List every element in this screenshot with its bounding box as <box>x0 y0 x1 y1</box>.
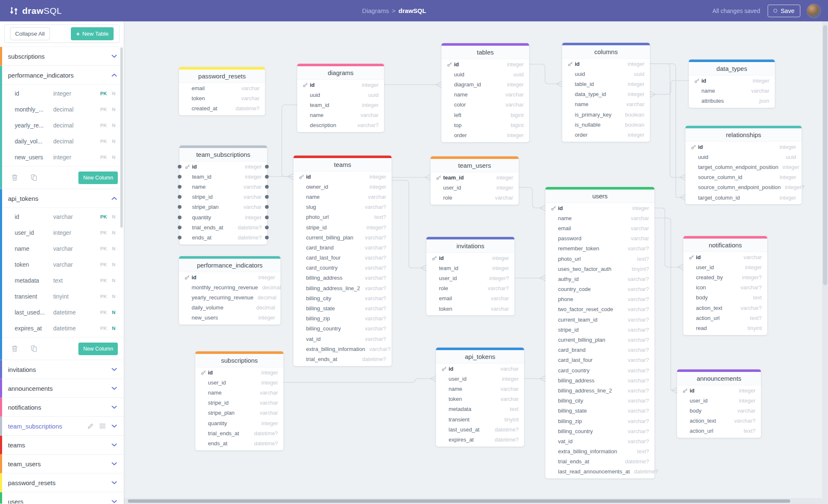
sidebar-item-header[interactable]: subscriptions <box>2 47 124 65</box>
canvas-vertical-scrollbar-thumb[interactable] <box>823 25 827 285</box>
canvas-table-tables[interactable]: tablesidintegeruuiduuiddiagram_idinteger… <box>441 43 529 142</box>
canvas-table-password_resets[interactable]: password_resetsemailvarchartokenvarcharc… <box>179 67 265 115</box>
connection-endpoint[interactable] <box>178 175 182 179</box>
nullable-toggle[interactable]: N <box>112 214 118 219</box>
chevron-down-icon[interactable] <box>112 368 117 372</box>
canvas-table-invitations[interactable]: invitationsidintegerteam_idintegeruser_i… <box>426 237 514 315</box>
table-title[interactable]: subscriptions <box>195 354 283 367</box>
pk-toggle[interactable]: PK <box>100 310 112 315</box>
delete-table-icon[interactable] <box>11 345 18 352</box>
user-avatar[interactable] <box>807 4 820 18</box>
table-title[interactable]: diagrams <box>297 66 384 80</box>
connection-endpoint[interactable] <box>265 216 269 219</box>
sidebar-column-row[interactable]: user_idintegerPKN <box>2 225 124 241</box>
chevron-down-icon[interactable] <box>112 500 117 504</box>
canvas-table-relationships[interactable]: relationshipsidintegeruuiduuidtarget_col… <box>685 126 802 204</box>
pk-toggle[interactable]: PK <box>100 294 112 299</box>
new-column-button[interactable]: New Column <box>78 343 118 355</box>
save-button[interactable]: Save <box>768 5 800 17</box>
sidebar-column-row[interactable]: idintegerPKN <box>2 86 124 101</box>
connection-endpoint[interactable] <box>265 165 269 169</box>
canvas-table-performance_indicators[interactable]: performance_indicatorsidintegermonthly_r… <box>179 256 280 325</box>
pk-toggle[interactable]: PK <box>100 246 112 251</box>
chevron-down-icon[interactable] <box>112 443 117 447</box>
canvas-table-subscriptions[interactable]: subscriptionsidintegeruser_idintegername… <box>195 351 283 450</box>
sidebar-item-header[interactable]: teams <box>2 436 124 454</box>
new-column-button[interactable]: New Column <box>78 171 118 184</box>
canvas-table-api_tokens[interactable]: api_tokensidvarcharuser_idintegernamevar… <box>436 348 524 447</box>
chevron-up-icon[interactable] <box>112 197 117 200</box>
sidebar-column-row[interactable]: new_usersintegerPKN <box>2 149 124 165</box>
table-title[interactable]: relationships <box>685 128 802 142</box>
canvas-table-columns[interactable]: columnsidintegeruuiduuidtable_idintegerd… <box>562 43 650 142</box>
pk-toggle[interactable]: PK <box>100 326 112 331</box>
sidebar-scrollbar[interactable] <box>120 47 123 228</box>
table-title[interactable]: performance_indicators <box>179 259 280 272</box>
nullable-toggle[interactable]: N <box>112 155 118 160</box>
sidebar-item-header[interactable]: notifications <box>2 398 124 416</box>
pk-toggle[interactable]: PK <box>100 278 112 283</box>
drag-handle-icon[interactable] <box>99 423 106 429</box>
pk-toggle[interactable]: PK <box>100 107 112 112</box>
table-title[interactable]: team_subscriptions <box>179 148 267 161</box>
pk-toggle[interactable]: PK <box>100 262 112 267</box>
nullable-toggle[interactable]: N <box>112 278 118 283</box>
canvas-horizontal-scrollbar-thumb[interactable] <box>128 499 790 503</box>
chevron-down-icon[interactable] <box>112 405 117 409</box>
sidebar-item-header[interactable]: api_tokens <box>2 189 124 208</box>
pk-toggle[interactable]: PK <box>100 155 112 160</box>
pk-toggle[interactable]: PK <box>100 214 112 219</box>
pk-toggle[interactable]: PK <box>100 91 112 96</box>
duplicate-table-icon[interactable] <box>31 345 37 352</box>
table-title[interactable]: teams <box>293 158 392 171</box>
sidebar-item-header[interactable]: password_resets <box>2 473 124 492</box>
connection-endpoint[interactable] <box>178 185 182 189</box>
sidebar-column-row[interactable]: namevarcharPKN <box>2 241 124 257</box>
table-title[interactable]: data_types <box>689 62 775 75</box>
delete-table-icon[interactable] <box>11 174 18 181</box>
new-table-button[interactable]: + New Table <box>71 27 114 40</box>
pk-toggle[interactable]: PK <box>100 230 112 235</box>
table-title[interactable]: team_users <box>431 159 519 172</box>
connection-endpoint[interactable] <box>178 226 182 229</box>
nullable-toggle[interactable]: N <box>112 139 118 144</box>
nullable-toggle[interactable]: N <box>112 246 118 251</box>
canvas-table-team_users[interactable]: team_usersteam_idintegeruser_idintegerro… <box>431 156 519 205</box>
table-title[interactable]: tables <box>441 46 529 59</box>
sidebar-column-row[interactable]: monthly_...decimalPKN <box>2 101 124 117</box>
nullable-toggle[interactable]: N <box>112 91 118 96</box>
connection-endpoint[interactable] <box>265 226 269 229</box>
nullable-toggle[interactable]: N <box>112 326 118 331</box>
nullable-toggle[interactable]: N <box>112 230 118 235</box>
sidebar-column-row[interactable]: tokenvarcharPKN <box>2 257 124 273</box>
chevron-down-icon[interactable] <box>112 55 117 58</box>
nullable-toggle[interactable]: N <box>112 123 118 128</box>
sidebar-item-header[interactable]: team_subscriptions <box>2 417 124 435</box>
connection-endpoint[interactable] <box>178 165 182 169</box>
connection-endpoint[interactable] <box>265 185 269 189</box>
pk-toggle[interactable]: PK <box>100 123 112 128</box>
canvas-table-data_types[interactable]: data_typesidintegernamevarcharattributes… <box>689 60 775 108</box>
nullable-toggle[interactable]: N <box>112 294 118 299</box>
chevron-up-icon[interactable] <box>112 73 117 77</box>
sidebar-item-header[interactable]: invitations <box>2 360 124 379</box>
canvas-table-users[interactable]: usersidintegernamevarcharemailvarcharpas… <box>545 187 654 478</box>
sidebar-column-row[interactable]: daily_vol...decimalPKN <box>2 133 124 149</box>
table-title[interactable]: password_resets <box>179 70 265 83</box>
nullable-toggle[interactable]: N <box>112 262 118 267</box>
canvas-table-notifications[interactable]: notificationsidvarcharuser_idintegercrea… <box>683 236 767 335</box>
collapse-all-button[interactable]: Collapse All <box>10 27 50 40</box>
sidebar-item-header[interactable]: performance_indicators <box>2 66 124 84</box>
table-title[interactable]: invitations <box>426 239 514 253</box>
sidebar-column-row[interactable]: transienttinyintPKN <box>2 288 124 304</box>
duplicate-table-icon[interactable] <box>31 174 37 181</box>
sidebar-column-row[interactable]: metadatatextPKN <box>2 273 124 288</box>
nullable-toggle[interactable]: N <box>112 107 118 112</box>
sidebar-column-row[interactable]: last_used...datetimePKN <box>2 304 124 320</box>
canvas-table-teams[interactable]: teamsidintegerowner_idintegernamevarchar… <box>293 156 392 366</box>
canvas-table-diagrams[interactable]: diagramsidintegeruuiduuidteam_idintegern… <box>297 64 384 132</box>
canvas-table-announcements[interactable]: announcementsidintegeruser_idintegerbody… <box>677 369 761 438</box>
connection-endpoint[interactable] <box>178 216 182 219</box>
table-title[interactable]: columns <box>562 45 650 59</box>
connection-endpoint[interactable] <box>265 175 269 179</box>
